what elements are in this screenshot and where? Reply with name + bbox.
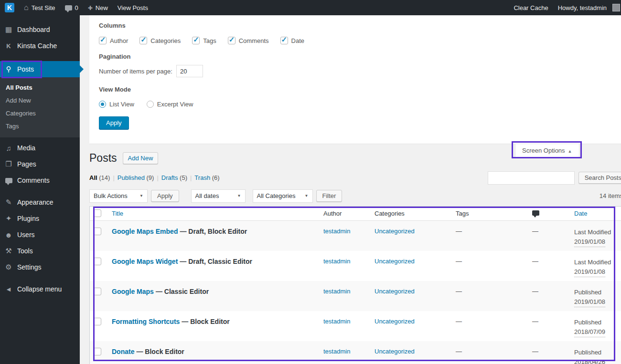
comments-admin-bar-button[interactable]: 0 <box>60 0 83 15</box>
category-link[interactable]: Uncategorized <box>375 228 415 235</box>
tools-icon <box>0 247 17 255</box>
checkbox-comments[interactable]: Comments <box>228 37 269 44</box>
submenu-item-categories[interactable]: Categories <box>0 107 80 120</box>
submenu-item-tags[interactable]: Tags <box>0 120 80 133</box>
screen-options-apply-button[interactable]: Apply <box>99 116 129 129</box>
comment-bubble-icon <box>65 5 72 10</box>
clear-cache-button[interactable]: Clear Cache <box>509 0 553 15</box>
add-new-button[interactable]: Add New <box>123 152 159 164</box>
per-page-input[interactable] <box>176 65 203 77</box>
tags-cell: — <box>456 221 532 235</box>
sidebar-item-kinsta-cache[interactable]: Kinsta Cache <box>0 38 80 54</box>
author-link[interactable]: testadmin <box>323 318 350 325</box>
categories-filter-select[interactable]: All Categories <box>253 189 313 203</box>
site-name-menu[interactable]: Test Site <box>19 0 60 15</box>
category-link[interactable]: Uncategorized <box>375 288 415 295</box>
submenu-item-all-posts[interactable]: All Posts <box>0 81 80 94</box>
category-link[interactable]: Uncategorized <box>375 318 415 325</box>
sidebar-item-settings[interactable]: Settings <box>0 259 80 275</box>
admin-bar-right: Clear Cache Howdy, testadmin <box>509 0 621 15</box>
checkbox-checked-icon[interactable] <box>192 37 200 44</box>
sidebar-item-plugins[interactable]: Plugins <box>0 210 80 227</box>
row-checkbox[interactable] <box>94 288 101 295</box>
sidebar-item-collapse-menu[interactable]: Collapse menu <box>0 281 80 297</box>
radio-list-view[interactable]: List View <box>99 101 134 108</box>
new-content-menu[interactable]: New <box>83 0 113 15</box>
sidebar-item-label: Users <box>17 231 35 239</box>
filter-published[interactable]: Published (9) <box>118 174 154 181</box>
post-title-link[interactable]: Google Maps <box>112 288 154 295</box>
dates-filter-select[interactable]: All dates <box>191 189 246 203</box>
post-title-link[interactable]: Formatting Shortcuts <box>112 318 180 325</box>
clear-cache-label: Clear Cache <box>514 4 548 11</box>
comments-cell: — <box>532 221 574 235</box>
row-checkbox[interactable] <box>94 258 101 265</box>
filter-trash[interactable]: Trash (6) <box>194 174 219 181</box>
sidebar-item-label: Appearance <box>17 198 54 206</box>
row-checkbox[interactable] <box>94 318 101 325</box>
new-label: New <box>96 4 108 11</box>
sidebar-item-dashboard[interactable]: Dashboard <box>0 21 80 38</box>
radio-excerpt-view[interactable]: Excerpt View <box>147 101 193 108</box>
view-posts-button[interactable]: View Posts <box>113 0 153 15</box>
post-title-link[interactable]: Google Maps Widget <box>112 258 178 265</box>
column-header-title[interactable]: Title <box>106 210 323 217</box>
bulk-actions-select[interactable]: Bulk Actions <box>89 189 148 203</box>
author-link[interactable]: testadmin <box>323 348 350 355</box>
category-link[interactable]: Uncategorized <box>375 348 415 355</box>
author-link[interactable]: testadmin <box>323 228 350 235</box>
checkbox-checked-icon[interactable] <box>228 37 236 44</box>
checkbox-checked-icon[interactable] <box>139 37 147 44</box>
checkbox-checked-icon[interactable] <box>99 37 107 44</box>
filter-button[interactable]: Filter <box>316 190 343 202</box>
sidebar-item-users[interactable]: Users <box>0 227 80 243</box>
radio-selected-icon[interactable] <box>99 101 106 108</box>
row-checkbox[interactable] <box>94 348 101 355</box>
pagination-heading: Pagination <box>99 53 611 60</box>
sidebar-item-media[interactable]: Media <box>0 140 80 156</box>
sidebar-item-pages[interactable]: Pages <box>0 156 80 172</box>
checkbox-date[interactable]: Date <box>280 37 304 44</box>
checkbox-checked-icon[interactable] <box>280 37 288 44</box>
post-title-link[interactable]: Donate <box>112 348 134 355</box>
comments-cell: — <box>532 281 574 295</box>
filter-all[interactable]: All (14) <box>89 174 110 181</box>
search-posts-button[interactable]: Search Posts <box>578 172 621 184</box>
select-all-checkbox[interactable] <box>94 209 101 217</box>
media-icon <box>0 144 17 152</box>
items-count: 14 items <box>600 192 621 199</box>
kinsta-logo-icon <box>5 3 14 12</box>
checkbox-tags[interactable]: Tags <box>192 37 216 44</box>
post-title-link[interactable]: Google Maps Embed <box>112 228 178 235</box>
submenu-item-add-new[interactable]: Add New <box>0 94 80 107</box>
radio-unselected-icon[interactable] <box>147 101 154 108</box>
screen-options-tab[interactable]: Screen Options <box>515 144 579 158</box>
avatar <box>612 4 620 11</box>
posts-table: Title Author Categories Tags Date Google… <box>89 206 621 364</box>
sidebar-item-appearance[interactable]: Appearance <box>0 194 80 210</box>
category-link[interactable]: Uncategorized <box>375 258 415 265</box>
comments-icon <box>0 178 17 183</box>
sidebar-item-tools[interactable]: Tools <box>0 243 80 259</box>
post-state: — Classic Editor <box>156 288 209 295</box>
author-link[interactable]: testadmin <box>323 288 350 295</box>
date-cell: Published2018/07/09 <box>574 311 621 337</box>
sidebar-item-comments[interactable]: Comments <box>0 172 80 188</box>
sidebar-item-label: Tools <box>17 247 33 255</box>
author-link[interactable]: testadmin <box>323 258 350 265</box>
sidebar-item-posts[interactable]: Posts <box>0 61 80 77</box>
columns-heading: Columns <box>99 22 611 29</box>
bulk-apply-button[interactable]: Apply <box>151 190 179 202</box>
kinsta-logo-button[interactable] <box>0 0 19 15</box>
search-input[interactable] <box>488 171 575 185</box>
filter-drafts[interactable]: Drafts (5) <box>161 174 187 181</box>
users-icon <box>0 231 17 239</box>
column-header-date[interactable]: Date <box>574 210 621 217</box>
account-menu[interactable]: Howdy, testadmin <box>553 0 621 15</box>
sidebar-item-label: Comments <box>17 177 50 184</box>
checkbox-categories[interactable]: Categories <box>139 37 181 44</box>
columns-checkbox-row: Author Categories Tags Comments Date <box>99 37 611 44</box>
row-checkbox[interactable] <box>94 228 101 235</box>
post-state: — Draft, Classic Editor <box>180 258 252 265</box>
checkbox-author[interactable]: Author <box>99 37 128 44</box>
